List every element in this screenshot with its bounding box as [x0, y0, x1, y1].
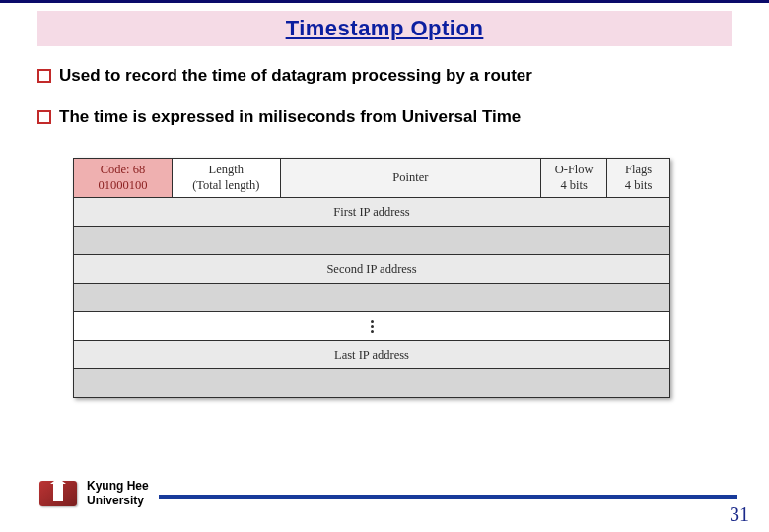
slide-footer: Kyung Hee University — [37, 479, 737, 508]
bullet-text: The time is expressed in miliseconds fro… — [59, 107, 521, 127]
footer-divider — [159, 495, 737, 499]
code-binary: 01000100 — [98, 178, 147, 194]
row-label: Last IP address — [334, 348, 409, 363]
code-label: Code: 68 — [101, 163, 145, 178]
university-logo-icon — [37, 479, 79, 508]
header-code-cell: Code: 68 01000100 — [74, 159, 173, 197]
slide-title: Timestamp Option — [286, 16, 484, 41]
header-oflow-cell: O-Flow 4 bits — [541, 159, 607, 197]
oflow-sub: 4 bits — [560, 178, 587, 194]
bullet-item: Used to record the time of datagram proc… — [37, 66, 532, 86]
row-label: First IP address — [333, 205, 409, 220]
row-last-ip: Last IP address — [74, 341, 670, 369]
vertical-ellipsis-icon — [74, 312, 670, 341]
header-length-cell: Length (Total length) — [173, 159, 281, 197]
title-bar: Timestamp Option — [37, 11, 732, 46]
flags-label: Flags — [625, 163, 652, 178]
diagram-header-row: Code: 68 01000100 Length (Total length) … — [74, 158, 670, 198]
bullet-text: Used to record the time of datagram proc… — [59, 66, 532, 86]
bullet-item: The time is expressed in miliseconds fro… — [37, 107, 521, 127]
university-line2: University — [87, 494, 149, 508]
oflow-label: O-Flow — [555, 163, 594, 178]
top-accent-bar — [0, 0, 769, 3]
square-bullet-icon — [37, 110, 51, 124]
university-name: Kyung Hee University — [87, 479, 149, 508]
length-label: Length — [209, 163, 244, 178]
header-flags-cell: Flags 4 bits — [607, 159, 670, 197]
square-bullet-icon — [37, 69, 51, 83]
row-empty — [74, 227, 670, 255]
flags-sub: 4 bits — [625, 178, 652, 194]
row-first-ip: First IP address — [74, 198, 670, 227]
row-second-ip: Second IP address — [74, 255, 670, 284]
page-number: 31 — [730, 503, 749, 526]
pointer-label: Pointer — [392, 170, 428, 186]
row-label: Second IP address — [326, 262, 416, 277]
row-empty — [74, 284, 670, 312]
row-empty — [74, 369, 670, 398]
timestamp-option-diagram: Code: 68 01000100 Length (Total length) … — [73, 158, 670, 398]
university-line1: Kyung Hee — [87, 479, 149, 494]
length-sub: (Total length) — [192, 178, 259, 194]
header-pointer-cell: Pointer — [281, 159, 542, 197]
